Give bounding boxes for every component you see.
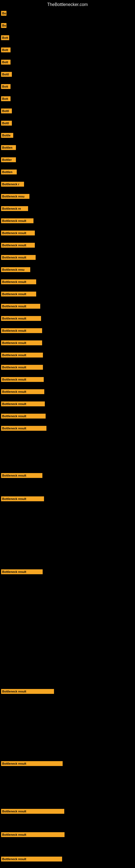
bar-row: Bottleneck result xyxy=(0,689,54,694)
bottleneck-result-label: Bottleneck result xyxy=(1,377,44,382)
bottleneck-result-label: Bottler xyxy=(1,157,16,162)
bar-row: Bottleneck result xyxy=(0,377,44,382)
bottleneck-result-label: Bottleneck result xyxy=(1,304,40,309)
bottleneck-result-label: Bottleneck result xyxy=(1,316,41,321)
bottleneck-result-label: Bottleneck result xyxy=(1,328,42,333)
bottleneck-result-label: Bottleneck result xyxy=(1,401,45,406)
bottleneck-result-label: Bottlen xyxy=(1,145,16,150)
bar-row: Bottleneck result xyxy=(0,569,43,574)
bar-row: Bottleneck result xyxy=(0,291,36,297)
bar-row: Bottleneck result xyxy=(0,304,40,309)
bottleneck-result-label: Bottleneck result xyxy=(1,426,46,431)
bar-row: Bottleneck result xyxy=(0,473,42,478)
bottleneck-result-label: Bottleneck result xyxy=(1,255,36,260)
bar-row: Bottl xyxy=(0,108,12,113)
bottleneck-result-label: Bottleneck r xyxy=(1,182,24,187)
bottleneck-result-label: Bottleneck result xyxy=(1,414,46,418)
bottleneck-result-label: Bottleneck result xyxy=(1,279,36,284)
bottleneck-result-label: Bottleneck result xyxy=(1,809,64,814)
bar-row: Bottl xyxy=(0,72,12,77)
bar-row: Bottleneck result xyxy=(0,761,63,766)
bar-row: Bott xyxy=(0,60,10,65)
bottleneck-result-label: Bottleneck result xyxy=(1,473,42,478)
bar-row: Bottleneck result xyxy=(0,243,35,248)
bottleneck-result-label: Bottleneck result xyxy=(1,832,64,837)
bottleneck-result-label: Bott xyxy=(1,96,10,101)
bar-row: Bott xyxy=(0,48,10,52)
bottleneck-result-label: Bo xyxy=(1,23,6,28)
bottleneck-result-label: Bottleneck result xyxy=(1,857,62,862)
bar-row: Bottleneck resu xyxy=(0,194,30,199)
bar-row: Bottle xyxy=(0,133,13,138)
bar-row: Bottlen xyxy=(0,145,16,150)
bar-row: Bottleneck result xyxy=(0,426,46,431)
bar-row: Bo xyxy=(0,11,6,16)
bar-row: Bottleneck r xyxy=(0,182,24,187)
bottleneck-result-label: Bottleneck result xyxy=(1,230,35,236)
bottleneck-result-label: Bottleneck resu xyxy=(1,267,30,272)
bar-row: Bottleneck result xyxy=(0,496,44,501)
bar-row: Bott xyxy=(0,84,10,89)
bar-row: Bottleneck result xyxy=(0,230,35,236)
bar-row: Bottleneck result xyxy=(0,255,36,260)
bottleneck-result-label: Bottl xyxy=(1,108,12,113)
bottleneck-result-label: Bottleneck resu xyxy=(1,194,30,199)
bar-row: Bott xyxy=(0,96,10,101)
bottleneck-result-label: Bottleneck result xyxy=(1,569,43,574)
bar-row: Bottleneck result xyxy=(0,365,43,370)
bottleneck-result-label: Bottleneck result xyxy=(1,689,54,694)
bar-row: Bottleneck result xyxy=(0,857,62,862)
bar-row: Bottleneck result xyxy=(0,414,46,418)
site-title: TheBottlenecker.com xyxy=(0,0,135,8)
bar-row: Bottleneck result xyxy=(0,389,44,394)
bottleneck-result-label: Bottleneck result xyxy=(1,243,35,248)
bottleneck-result-label: Bottleneck result xyxy=(1,340,42,345)
bottleneck-result-label: Bottleneck result xyxy=(1,761,63,766)
bar-row: Bottleneck result xyxy=(0,352,43,358)
bar-row: Bottleneck result xyxy=(0,328,42,333)
bar-row: Bottl xyxy=(0,121,12,126)
bottleneck-result-label: Bott xyxy=(1,84,10,89)
bottleneck-result-label: Bott xyxy=(1,48,10,52)
bottleneck-result-label: Bottl xyxy=(1,121,12,126)
bar-row: Bo xyxy=(0,23,6,28)
bar-row: Bottleneck re xyxy=(0,206,28,211)
bar-row: Bott xyxy=(0,35,9,40)
bar-row: Bottleneck result xyxy=(0,279,36,284)
bar-row: Bottleneck result xyxy=(0,832,64,837)
bar-row: Bottleneck result xyxy=(0,218,34,223)
bar-row: Bottlen xyxy=(0,169,17,175)
bottleneck-result-label: Bott xyxy=(1,60,10,65)
bottleneck-result-label: Bottleneck result xyxy=(1,496,44,501)
bottleneck-result-label: Bottleneck re xyxy=(1,206,28,211)
bottleneck-result-label: Bottle xyxy=(1,133,13,138)
bottleneck-result-label: Bottleneck result xyxy=(1,365,43,370)
bottleneck-result-label: Bottlen xyxy=(1,169,17,175)
bar-row: Bottler xyxy=(0,157,16,162)
bottleneck-result-label: Bott xyxy=(1,35,9,40)
bottleneck-result-label: Bo xyxy=(1,11,6,16)
bottleneck-result-label: Bottleneck result xyxy=(1,352,43,358)
bottleneck-result-label: Bottleneck result xyxy=(1,291,36,297)
bar-row: Bottleneck result xyxy=(0,401,45,406)
bottleneck-result-label: Bottleneck result xyxy=(1,389,44,394)
bar-row: Bottleneck result xyxy=(0,809,64,814)
bar-row: Bottleneck result xyxy=(0,340,42,345)
bar-row: Bottleneck resu xyxy=(0,267,30,272)
bottleneck-result-label: Bottleneck result xyxy=(1,218,34,223)
bar-row: Bottleneck result xyxy=(0,316,41,321)
bottleneck-result-label: Bottl xyxy=(1,72,12,77)
